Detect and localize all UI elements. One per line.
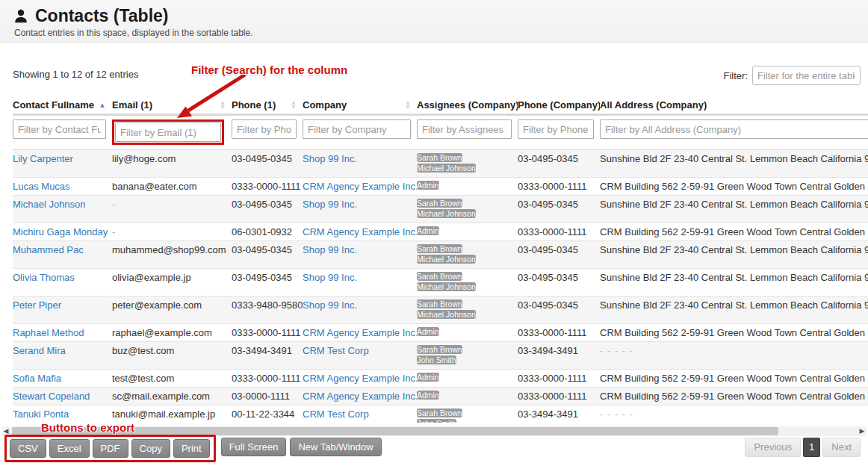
cell-contact-fullname: Michael Johnson: [13, 196, 112, 223]
filter-input-contact-fullname[interactable]: [13, 119, 106, 139]
global-filter-input[interactable]: [752, 66, 861, 85]
company-link[interactable]: Shop 99 Inc.: [303, 199, 357, 210]
cell-company-phone: 0333-0000-1111: [518, 388, 600, 406]
company-link[interactable]: CRM Agency Example Inc.: [303, 226, 417, 237]
cell-phone: 03-0495-0345: [232, 150, 303, 178]
excel-button[interactable]: Excel: [49, 439, 90, 458]
extra-buttons-group: Full ScreenNew Tab/Window: [221, 438, 382, 456]
filter-cell-phone-company: [518, 115, 600, 150]
filter-input-phone-company[interactable]: [518, 119, 594, 139]
sort-both-icon: ▲▼: [291, 101, 297, 110]
export-buttons-red-box: CSVExcelPDFCopyPrint: [4, 435, 216, 462]
contacts-table-page: Contacts (Table) Contact entries in this…: [0, 0, 868, 466]
company-link[interactable]: CRM Test Corp: [303, 345, 369, 356]
column-header-all-address-company[interactable]: All Address (Company): [600, 97, 868, 115]
contact-link[interactable]: Peter Piper: [13, 299, 61, 311]
assignee-badge: Sarah Brown: [417, 244, 462, 253]
cell-company: Shop 99 Inc.: [303, 296, 417, 324]
cell-all-address: CRM Building 562 2-59-91 Green Wood Town…: [600, 223, 868, 241]
column-header-assignees-company[interactable]: Assignees (Company): [417, 97, 518, 115]
filter-input-email-1[interactable]: [115, 122, 221, 142]
print-button[interactable]: Print: [173, 439, 210, 458]
table-row: Serand Mirabuz@test.com03-3494-3491CRM T…: [13, 342, 868, 370]
cell-phone: 06-0301-0932: [232, 223, 303, 241]
column-header-company[interactable]: Company▲▼: [303, 97, 417, 115]
filter-input-company[interactable]: [303, 119, 411, 139]
next-page-button[interactable]: Next: [822, 438, 861, 457]
cell-contact-fullname: Olivia Thomas: [13, 269, 112, 296]
company-link[interactable]: CRM Agency Example Inc.: [303, 327, 417, 338]
previous-page-button[interactable]: Previous: [745, 438, 801, 457]
cell-company: CRM Agency Example Inc.: [303, 178, 417, 196]
cell-all-address: CRM Building 562 2-59-91 Green Wood Town…: [600, 324, 868, 342]
table-row: Lily Carpenterlily@hoge.com03-0495-0345S…: [13, 150, 868, 178]
cell-company-phone: 03-0495-0345: [518, 241, 600, 269]
contact-link[interactable]: Michiru Gaga Monday: [13, 226, 108, 237]
assignee-badge: Admin: [417, 373, 439, 382]
filter-input-assignees-company[interactable]: [417, 119, 512, 139]
cell-all-address: - - - - -: [600, 342, 868, 370]
table-row: Tanuki Pontatanuki@mail.example.jp00-11-…: [13, 406, 868, 423]
csv-button[interactable]: CSV: [10, 439, 46, 458]
cell-contact-fullname: Tanuki Ponta: [13, 406, 112, 423]
assignee-badge: Michael Johnson: [417, 164, 476, 173]
contact-link[interactable]: Michael Johnson: [13, 199, 86, 210]
contact-link[interactable]: Muhammed Pac: [13, 244, 84, 255]
cell-contact-fullname: Muhammed Pac: [13, 241, 112, 269]
contact-link[interactable]: Olivia Thomas: [13, 272, 75, 283]
assignee-badge: Michael Johnson: [417, 282, 476, 291]
cell-contact-fullname: Michiru Gaga Monday: [13, 223, 112, 241]
company-link[interactable]: CRM Agency Example Inc.: [303, 181, 417, 192]
company-link[interactable]: Shop 99 Inc.: [303, 299, 357, 311]
cell-all-address: Sunshine Bld 2F 23-40 Central St. Lemmon…: [600, 241, 868, 269]
cell-contact-fullname: Lily Carpenter: [13, 150, 112, 178]
pdf-button[interactable]: PDF: [93, 439, 128, 458]
assignee-badge: Sarah Brown: [417, 299, 462, 308]
column-header-contact-fullname[interactable]: Contact Fullname▲: [13, 97, 112, 115]
cell-company: CRM Test Corp: [303, 342, 417, 370]
cell-email: sc@mail.example.com: [112, 388, 232, 406]
full-screen-button[interactable]: Full Screen: [221, 438, 287, 456]
table-row: Muhammed Pacmuhammed@shop99.com03-0495-0…: [13, 241, 868, 269]
company-link[interactable]: CRM Agency Example Inc.: [303, 391, 417, 402]
page-header: Contacts (Table) Contact entries in this…: [0, 0, 868, 43]
contact-link[interactable]: Raphael Method: [13, 327, 84, 338]
column-filter-row: [13, 115, 868, 150]
company-link[interactable]: CRM Agency Example Inc.: [303, 373, 417, 384]
column-label: Contact Fullname: [13, 99, 94, 111]
contact-link[interactable]: Stewart Copeland: [13, 391, 90, 402]
cell-all-address: CRM Building 562 2-59-91 Green Wood Town…: [600, 178, 868, 196]
cell-contact-fullname: Peter Piper: [13, 296, 112, 324]
table-row: Raphael Methodraphael@example.com0333-00…: [13, 324, 868, 342]
column-header-phone-company[interactable]: Phone (Company): [518, 97, 600, 115]
contact-link[interactable]: Sofia Mafia: [13, 373, 61, 384]
contact-link[interactable]: Serand Mira: [13, 345, 66, 356]
cell-company: Shop 99 Inc.: [303, 241, 417, 269]
contact-link[interactable]: Tanuki Ponta: [13, 408, 69, 420]
company-link[interactable]: Shop 99 Inc.: [303, 244, 357, 255]
cell-assignees: Sarah BrownMichael Johnson: [417, 269, 518, 296]
cell-company-phone: 0333-0000-1111: [518, 324, 600, 342]
filter-cell-contact-fullname: [13, 115, 112, 150]
contact-link[interactable]: Lucas Mucas: [13, 181, 70, 192]
cell-company-phone: 03-0495-0345: [518, 150, 600, 178]
cell-company-phone: 0333-0000-1111: [518, 223, 600, 241]
cell-all-address: Sunshine Bld 2F 23-40 Central St. Lemmon…: [600, 196, 868, 223]
company-link[interactable]: Shop 99 Inc.: [303, 272, 357, 283]
contact-link[interactable]: Lily Carpenter: [13, 153, 73, 164]
company-link[interactable]: CRM Test Corp: [303, 408, 369, 420]
filter-input-all-address-company[interactable]: [600, 119, 868, 139]
cell-company-phone: 03-3494-3491: [518, 406, 600, 423]
cell-email: raphael@example.com: [112, 324, 232, 342]
new-tab-window-button[interactable]: New Tab/Window: [290, 438, 381, 456]
page-number-button[interactable]: 1: [803, 438, 820, 457]
cell-company-phone: 03-0495-0345: [518, 196, 600, 223]
cell-email: tanuki@mail.example.jp: [112, 406, 232, 423]
company-link[interactable]: Shop 99 Inc.: [303, 153, 357, 164]
table-row: Lucas Mucasbanana@eater.com0333-0000-111…: [13, 178, 868, 196]
cell-all-address: CRM Building 562 2-59-91 Green Wood Town…: [600, 388, 868, 406]
cell-company: Shop 99 Inc.: [303, 196, 417, 223]
cell-email: test@test.com: [112, 370, 232, 388]
table-row: Peter Piperpeter@example.com0333-9480-95…: [13, 296, 868, 324]
copy-button[interactable]: Copy: [131, 439, 170, 458]
